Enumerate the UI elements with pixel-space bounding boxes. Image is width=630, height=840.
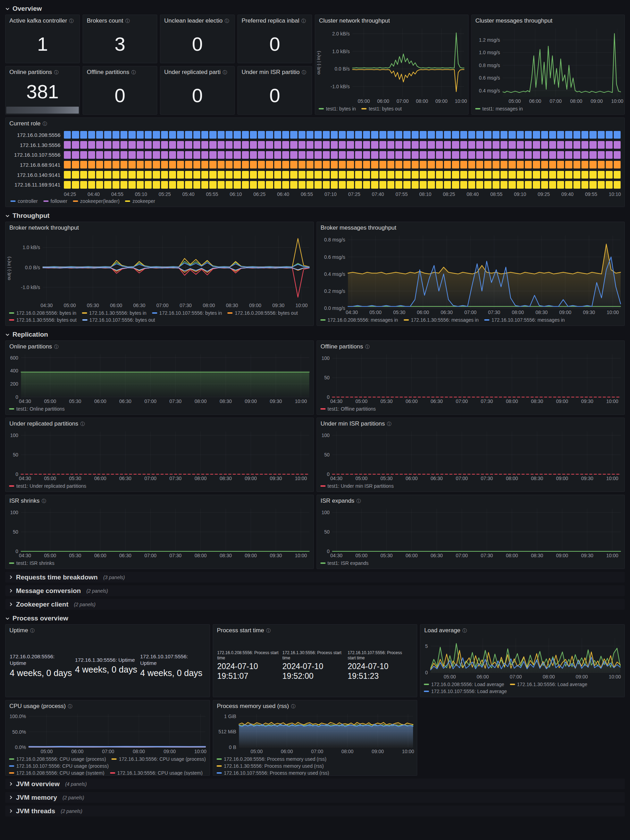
state-cell[interactable]	[217, 131, 225, 139]
state-cell[interactable]	[290, 131, 297, 139]
state-cell[interactable]	[598, 171, 605, 178]
info-icon[interactable]: ⓘ	[462, 628, 467, 633]
state-cell[interactable]	[242, 181, 249, 189]
panel-header[interactable]: Preferred replica inbalⓘ	[238, 15, 312, 25]
state-cell[interactable]	[315, 161, 321, 169]
state-cell[interactable]	[339, 171, 346, 178]
state-cell[interactable]	[315, 131, 321, 139]
state-cell[interactable]	[517, 151, 524, 159]
state-cell[interactable]	[193, 171, 200, 178]
info-icon[interactable]: ⓘ	[125, 19, 130, 23]
panel-header[interactable]: Online partitionsⓘ	[6, 66, 79, 76]
state-cell[interactable]	[185, 181, 192, 189]
state-cell[interactable]	[250, 151, 257, 159]
state-cell[interactable]	[339, 141, 346, 149]
state-cell[interactable]	[387, 181, 394, 189]
panel-header[interactable]: Load averageⓘ	[421, 625, 624, 635]
legend-item[interactable]: zookeeper	[125, 198, 155, 204]
state-cell[interactable]	[517, 131, 524, 139]
state-cell[interactable]	[145, 141, 152, 149]
state-cell[interactable]	[533, 151, 540, 159]
state-cell[interactable]	[331, 181, 338, 189]
panel-header[interactable]: Under min ISR partitioⓘ	[238, 66, 312, 76]
panel-header[interactable]: Process start timeⓘ	[213, 625, 417, 635]
state-cell[interactable]	[501, 131, 507, 139]
state-cell[interactable]	[72, 181, 79, 189]
state-cell[interactable]	[331, 171, 338, 178]
state-cell[interactable]	[525, 161, 532, 169]
state-cell[interactable]	[331, 161, 338, 169]
state-cell[interactable]	[153, 131, 160, 139]
state-cell[interactable]	[525, 171, 532, 178]
legend-item[interactable]: test1: bytes out	[361, 106, 402, 112]
timeline-cells[interactable]	[64, 161, 621, 169]
state-cell[interactable]	[444, 161, 451, 169]
state-cell[interactable]	[581, 151, 588, 159]
state-cell[interactable]	[614, 131, 621, 139]
state-cell[interactable]	[274, 181, 281, 189]
legend-item[interactable]: 172.16.0.208:5556: Load average	[424, 682, 504, 687]
state-cell[interactable]	[403, 151, 410, 159]
state-cell[interactable]	[274, 141, 281, 149]
state-cell[interactable]	[137, 131, 144, 139]
state-cell[interactable]	[484, 151, 491, 159]
state-cell[interactable]	[128, 181, 135, 189]
state-cell[interactable]	[290, 181, 297, 189]
state-cell[interactable]	[468, 131, 475, 139]
state-cell[interactable]	[493, 181, 499, 189]
state-cell[interactable]	[573, 131, 580, 139]
state-cell[interactable]	[606, 161, 613, 169]
state-cell[interactable]	[484, 131, 491, 139]
state-cell[interactable]	[363, 141, 370, 149]
cluster-messages-chart[interactable]: 1.2 msg/s1.0 msg/s0.8 msg/s0.6 msg/s0.4 …	[472, 25, 625, 105]
legend-item[interactable]: test1: ISR shrinks	[9, 561, 55, 566]
info-icon[interactable]: ⓘ	[387, 422, 392, 426]
state-cell[interactable]	[557, 131, 564, 139]
state-cell[interactable]	[380, 151, 386, 159]
state-cell[interactable]	[614, 151, 621, 159]
process-memory-chart[interactable]: 1 GiB512 MiB0 B05:0006:0007:0008:0009:00…	[213, 711, 417, 756]
state-cell[interactable]	[161, 171, 168, 178]
state-cell[interactable]	[274, 151, 281, 159]
state-cell[interactable]	[209, 131, 216, 139]
state-cell[interactable]	[185, 161, 192, 169]
state-cell[interactable]	[80, 141, 87, 149]
state-cell[interactable]	[225, 131, 233, 139]
state-cell[interactable]	[476, 131, 483, 139]
state-cell[interactable]	[380, 141, 386, 149]
legend-item[interactable]: follower	[43, 198, 67, 204]
state-cell[interactable]	[177, 161, 184, 169]
state-cell[interactable]	[403, 131, 410, 139]
panel-header[interactable]: Broker messages throughput	[317, 222, 625, 232]
state-cell[interactable]	[549, 141, 556, 149]
state-cell[interactable]	[169, 131, 176, 139]
state-cell[interactable]	[412, 131, 419, 139]
state-cell[interactable]	[88, 181, 95, 189]
legend-item[interactable]: 172.16.0.208:5556: Process memory used (…	[217, 756, 414, 762]
state-cell[interactable]	[242, 161, 249, 169]
state-cell[interactable]	[468, 181, 475, 189]
info-icon[interactable]: ⓘ	[356, 499, 361, 504]
state-cell[interactable]	[104, 171, 111, 178]
state-cell[interactable]	[177, 141, 184, 149]
state-cell[interactable]	[112, 181, 120, 189]
state-cell[interactable]	[371, 161, 378, 169]
state-cell[interactable]	[299, 131, 306, 139]
state-cell[interactable]	[201, 131, 208, 139]
state-cell[interactable]	[128, 171, 135, 178]
state-cell[interactable]	[161, 131, 168, 139]
panel-header[interactable]: Offline partitionsⓘ	[83, 66, 157, 76]
legend-item[interactable]: 172.16.10.107:5556: messages in	[484, 317, 565, 323]
state-cell[interactable]	[565, 131, 572, 139]
state-cell[interactable]	[371, 171, 378, 178]
state-cell[interactable]	[484, 141, 491, 149]
state-cell[interactable]	[96, 161, 103, 169]
state-cell[interactable]	[282, 181, 289, 189]
state-cell[interactable]	[565, 181, 572, 189]
state-cell[interactable]	[428, 171, 435, 178]
state-cell[interactable]	[104, 161, 111, 169]
legend-item[interactable]: 172.16.10.107:5556: CPU usage (process)	[9, 763, 109, 769]
state-cell[interactable]	[274, 171, 281, 178]
state-cell[interactable]	[484, 181, 491, 189]
state-cell[interactable]	[589, 151, 596, 159]
